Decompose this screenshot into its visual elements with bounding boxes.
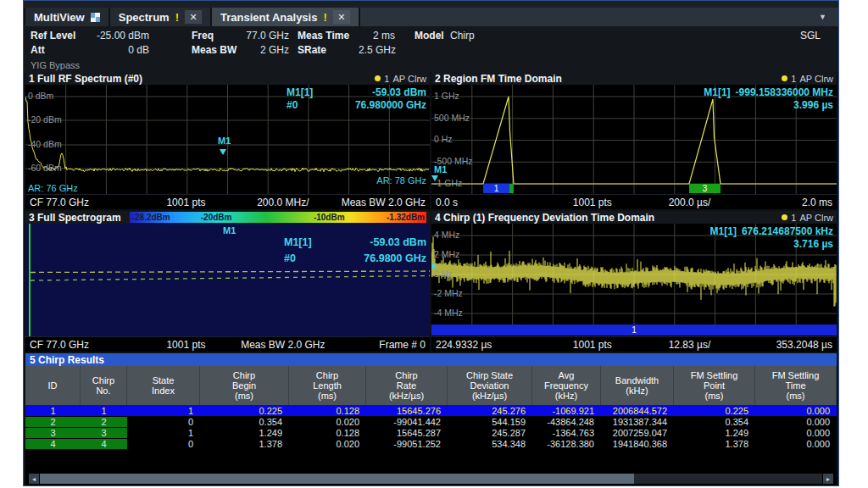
marker-m1-icon[interactable] xyxy=(431,263,437,269)
window-full-rf-spectrum[interactable]: 1 Full RF Spectrum (#0) 1 AP Clrw 0 dBm … xyxy=(25,72,430,209)
freq-value[interactable]: 77.0 GHz xyxy=(231,30,289,42)
spectrum-plot[interactable]: 0 dBm -20 dBm -40 dBm -60 dBm M1 M1[1]-5… xyxy=(25,85,430,194)
table-cell[interactable]: 0.354 xyxy=(200,417,289,427)
column-header[interactable]: Bandwidth (kHz) xyxy=(601,366,674,405)
trace-info[interactable]: 1 AP Clrw xyxy=(782,213,833,223)
tab-transient-analysis[interactable]: Transient Analysis ! ✕ xyxy=(212,8,359,26)
window-full-spectrogram[interactable]: 3 Full Spectrogram -28.2dBm -20dBm -10dB… xyxy=(25,211,430,352)
table-cell[interactable]: 0.128 xyxy=(289,428,366,438)
table-cell[interactable]: 2 xyxy=(25,417,81,427)
scroll-right-icon[interactable]: ▸ xyxy=(823,474,833,484)
table-cell[interactable]: -43864.248 xyxy=(532,417,601,427)
region-bar-1[interactable]: 1 xyxy=(483,184,509,193)
spectrogram-color-scale[interactable]: -28.2dBm -20dBm -10dBm -1.32dBm xyxy=(130,212,426,223)
table-cell[interactable]: 245.276 xyxy=(448,406,532,416)
table-cell[interactable]: 1 xyxy=(127,406,200,416)
window-region-fm-time-domain[interactable]: 2 Region FM Time Domain 1 AP Clrw 1 GHz … xyxy=(431,72,837,209)
table-cell[interactable]: 245.287 xyxy=(448,428,532,438)
table-row[interactable]: 2200.3540.020-99041.442544.159-43864.248… xyxy=(25,416,837,427)
table-cell[interactable]: 1 xyxy=(127,428,200,438)
marker-m1-icon[interactable] xyxy=(431,175,438,181)
table-cell[interactable]: 0.000 xyxy=(755,417,837,427)
meas-bw-value[interactable]: 2 GHz xyxy=(231,44,289,56)
region-bar-1-end[interactable] xyxy=(509,184,514,193)
table-cell[interactable]: 0.225 xyxy=(200,406,289,416)
spectrogram-plot[interactable]: M1 M1[1]-59.03 dBm #076.9800 GHz xyxy=(25,224,430,336)
window-title-bar[interactable]: 5 Chirp Results xyxy=(25,353,837,366)
column-header[interactable]: FM Settling Point (ms) xyxy=(674,366,755,405)
window-chirp-freq-deviation[interactable]: 4 Chirp (1) Frequency Deviation Time Dom… xyxy=(431,211,837,352)
table-cell[interactable]: -36128.380 xyxy=(532,439,601,449)
column-header[interactable]: Chirp Begin (ms) xyxy=(200,366,289,405)
column-header[interactable]: Avg Frequency (kHz) xyxy=(532,366,601,405)
table-cell[interactable]: 0.020 xyxy=(289,439,366,449)
scroll-track[interactable] xyxy=(40,474,822,484)
freq-deviation-plot[interactable]: 4 MHz 2 MHz 0 Hz -2 MHz -4 MHz M1[1]676.… xyxy=(431,224,837,324)
window-chirp-results[interactable]: 5 Chirp Results IDChirp No.State IndexCh… xyxy=(25,353,837,485)
scroll-thumb[interactable] xyxy=(40,474,634,484)
window-title-bar[interactable]: 3 Full Spectrogram -28.2dBm -20dBm -10dB… xyxy=(25,211,430,224)
table-cell[interactable]: 0.225 xyxy=(674,406,755,416)
close-icon[interactable]: ✕ xyxy=(333,10,350,24)
column-header[interactable]: State Index xyxy=(127,366,200,405)
table-cell[interactable]: -1364.763 xyxy=(532,428,601,438)
ref-level-value[interactable]: -25.00 dBm xyxy=(83,30,149,42)
att-value[interactable]: 0 dB xyxy=(83,44,149,56)
fm-time-domain-plot[interactable]: 1 GHz 500 MHz 0 Hz -500 MHz -1 GHz M1 M1… xyxy=(431,85,837,194)
table-cell[interactable]: 15645.287 xyxy=(366,428,448,438)
tab-multiview[interactable]: MultiView xyxy=(25,8,108,26)
table-cell[interactable]: 1.378 xyxy=(200,439,289,449)
window-title-bar[interactable]: 4 Chirp (1) Frequency Deviation Time Dom… xyxy=(431,211,837,224)
table-cell[interactable]: 4 xyxy=(81,439,127,449)
trace-info[interactable]: 1 AP Clrw xyxy=(375,74,426,84)
model-value[interactable]: Chirp xyxy=(450,30,475,42)
table-cell[interactable]: 2007259.047 xyxy=(601,428,674,438)
table-cell[interactable]: 2 xyxy=(81,417,127,427)
table-cell[interactable]: 1 xyxy=(25,406,81,416)
table-row[interactable]: 1110.2250.12815645.276245.276-1069.92120… xyxy=(25,405,837,416)
table-row[interactable]: 3311.2490.12815645.287245.287-1364.76320… xyxy=(25,427,837,438)
column-header[interactable]: Chirp No. xyxy=(81,366,127,405)
trace-info[interactable]: 1 AP Clrw xyxy=(782,74,833,84)
table-cell[interactable]: 2006844.572 xyxy=(601,406,674,416)
table-cell[interactable]: 1941840.368 xyxy=(601,439,674,449)
close-icon[interactable]: ✕ xyxy=(185,10,202,24)
table-cell[interactable]: 4 xyxy=(25,439,81,449)
region-bar-3[interactable]: 3 xyxy=(689,184,721,193)
column-header[interactable]: Chirp State Deviation (kHz/µs) xyxy=(448,366,532,405)
table-cell[interactable]: 1.249 xyxy=(200,428,289,438)
table-cell[interactable]: 1.249 xyxy=(674,428,755,438)
table-row[interactable]: 4401.3780.020-99051.252534.348-36128.380… xyxy=(25,438,837,449)
chirp-region-bar[interactable]: 1 xyxy=(431,324,837,336)
table-cell[interactable]: 3 xyxy=(81,428,127,438)
tab-spectrum[interactable]: Spectrum ! ✕ xyxy=(110,8,210,26)
table-cell[interactable]: 0 xyxy=(127,439,200,449)
h-scrollbar[interactable]: ◂ ▸ xyxy=(29,474,833,484)
table-cell[interactable]: 1 xyxy=(81,406,127,416)
scroll-left-icon[interactable]: ◂ xyxy=(29,474,39,484)
table-cell[interactable]: 1.378 xyxy=(674,439,755,449)
table-cell[interactable]: -1069.921 xyxy=(532,406,601,416)
table-cell[interactable]: 15645.276 xyxy=(366,406,448,416)
column-header[interactable]: ID xyxy=(25,366,81,405)
table-cell[interactable]: 0.000 xyxy=(755,406,837,416)
table-cell[interactable]: 1931387.344 xyxy=(601,417,674,427)
column-header[interactable]: FM Settling Time (ms) xyxy=(755,366,837,405)
table-cell[interactable]: 534.348 xyxy=(448,439,532,449)
column-header[interactable]: Chirp Rate (kHz/µs) xyxy=(366,366,448,405)
table-cell[interactable]: 0.128 xyxy=(289,406,366,416)
column-header[interactable]: Chirp Length (ms) xyxy=(289,366,366,405)
table-cell[interactable]: 3 xyxy=(25,428,81,438)
chevron-down-icon[interactable]: ▼ xyxy=(819,13,826,21)
marker-m1-icon[interactable] xyxy=(220,149,226,155)
srate-value[interactable]: 2.5 GHz xyxy=(359,44,395,56)
table-cell[interactable]: 0.000 xyxy=(755,428,837,438)
table-cell[interactable]: 0.020 xyxy=(289,417,366,427)
table-cell[interactable]: 0.354 xyxy=(674,417,755,427)
window-title-bar[interactable]: 2 Region FM Time Domain 1 AP Clrw xyxy=(431,72,837,85)
table-cell[interactable]: -99051.252 xyxy=(366,439,448,449)
window-title-bar[interactable]: 1 Full RF Spectrum (#0) 1 AP Clrw xyxy=(25,72,430,85)
table-cell[interactable]: 0.000 xyxy=(755,439,837,449)
table-cell[interactable]: 544.159 xyxy=(448,417,532,427)
meas-time-value[interactable]: 2 ms xyxy=(359,30,395,42)
